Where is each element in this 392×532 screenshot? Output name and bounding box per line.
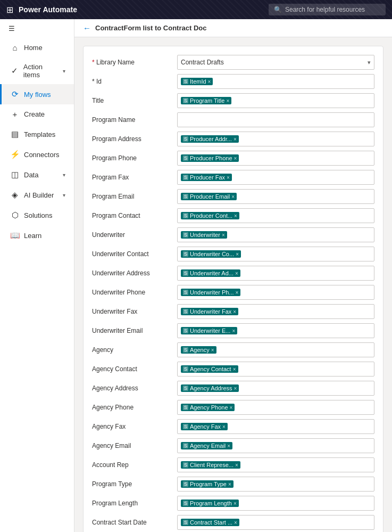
field-input[interactable]: SProducer Fax× bbox=[177, 170, 374, 185]
solutions-icon: ⬡ bbox=[10, 210, 20, 220]
token-close-icon[interactable]: × bbox=[236, 290, 239, 296]
field-input[interactable]: SAgency Phone× bbox=[177, 400, 374, 415]
token-label: Underwriter bbox=[190, 232, 220, 238]
sidebar-item-data[interactable]: ◫ Data ▾ bbox=[0, 165, 74, 185]
field-input[interactable]: SProducer Phone× bbox=[177, 151, 374, 166]
field-row: Agency AddressSAgency Address× bbox=[92, 381, 374, 396]
field-row: AgencySAgency× bbox=[92, 342, 374, 357]
token-close-icon[interactable]: × bbox=[235, 462, 238, 468]
field-input[interactable]: SClient Represe...× bbox=[177, 457, 374, 472]
field-row: Program EmailSProducer Email× bbox=[92, 189, 374, 204]
token-icon: S bbox=[183, 98, 188, 103]
search-input[interactable] bbox=[285, 6, 380, 13]
token-close-icon[interactable]: × bbox=[234, 213, 237, 219]
field-input[interactable]: SAgency Email× bbox=[177, 438, 374, 453]
token-chip: SProducer Addr...× bbox=[181, 135, 239, 143]
token-close-icon[interactable]: × bbox=[232, 328, 235, 334]
field-input[interactable]: SUnderwriter× bbox=[177, 227, 374, 242]
token-close-icon[interactable]: × bbox=[222, 424, 226, 430]
token-label: Producer Email bbox=[190, 193, 230, 200]
search-bar[interactable]: 🔍 bbox=[269, 4, 386, 15]
token-close-icon[interactable]: × bbox=[235, 271, 238, 276]
sidebar-item-home[interactable]: ⌂ Home bbox=[0, 38, 74, 58]
field-input[interactable]: SItemId× bbox=[177, 74, 374, 89]
token-label: Underwriter Co... bbox=[190, 251, 234, 257]
token-close-icon[interactable]: × bbox=[222, 232, 225, 238]
field-row: * IdSItemId× bbox=[92, 74, 374, 89]
field-input[interactable]: SProducer Addr...× bbox=[177, 132, 374, 146]
token-chip: SAgency Address× bbox=[181, 384, 239, 392]
field-input[interactable]: SContract Start ...× bbox=[177, 515, 374, 530]
field-input[interactable]: SUnderwriter Ph...× bbox=[177, 285, 374, 300]
token-close-icon[interactable]: × bbox=[211, 347, 214, 353]
token-chip: SAgency Fax× bbox=[181, 423, 228, 430]
sidebar-item-connectors[interactable]: ⚡ Connectors bbox=[0, 144, 74, 165]
token-close-icon[interactable]: × bbox=[226, 98, 229, 104]
field-row: Underwriter PhoneSUnderwriter Ph...× bbox=[92, 285, 374, 300]
field-input[interactable]: SAgency Fax× bbox=[177, 419, 374, 434]
token-label: Producer Cont... bbox=[190, 212, 232, 219]
sidebar-item-my-flows[interactable]: ⟳ My flows bbox=[0, 84, 74, 104]
field-row: Program LengthSProgram Length× bbox=[92, 496, 374, 511]
content-area: ← ContractForm list to Contract Doc * Li… bbox=[74, 19, 392, 532]
token-close-icon[interactable]: × bbox=[231, 194, 235, 200]
token-chip: SProgram Length× bbox=[181, 500, 239, 507]
token-close-icon[interactable]: × bbox=[227, 175, 230, 181]
token-chip: SAgency× bbox=[181, 346, 216, 354]
menu-icon: ☰ bbox=[9, 24, 15, 32]
token-label: Client Represe... bbox=[190, 462, 233, 468]
page-header: ← ContractForm list to Contract Doc bbox=[74, 19, 392, 37]
learn-icon: 📖 bbox=[10, 231, 20, 240]
field-input[interactable]: SProgram Title× bbox=[177, 93, 374, 108]
input-library-name[interactable]: Contract Drafts ▾ bbox=[177, 55, 374, 70]
token-close-icon[interactable]: × bbox=[208, 79, 211, 85]
grid-icon[interactable]: ⊞ bbox=[6, 5, 13, 15]
field-input[interactable]: SProducer Email× bbox=[177, 189, 374, 204]
token-close-icon[interactable]: × bbox=[234, 520, 237, 526]
field-input[interactable]: SUnderwriter Ad...× bbox=[177, 266, 374, 281]
field-input[interactable]: SUnderwriter E...× bbox=[177, 323, 374, 338]
field-input[interactable]: SAgency Address× bbox=[177, 381, 374, 396]
token-icon: S bbox=[183, 366, 188, 372]
sidebar-item-templates[interactable]: ▤ Templates bbox=[0, 124, 74, 144]
token-close-icon[interactable]: × bbox=[236, 251, 239, 257]
field-row: Program PhoneSProducer Phone× bbox=[92, 151, 374, 166]
field-input[interactable]: SProducer Cont...× bbox=[177, 208, 374, 223]
sidebar-item-ai-builder[interactable]: ◈ AI Builder ▾ bbox=[0, 185, 74, 205]
token-icon: S bbox=[183, 443, 188, 448]
sidebar-item-create[interactable]: + Create bbox=[0, 104, 74, 124]
token-close-icon[interactable]: × bbox=[234, 155, 237, 161]
field-input[interactable] bbox=[177, 112, 374, 127]
sidebar-item-learn[interactable]: 📖 Learn bbox=[0, 225, 74, 245]
library-name-value: Contract Drafts bbox=[181, 59, 224, 66]
sidebar-item-solutions[interactable]: ⬡ Solutions bbox=[0, 205, 74, 225]
token-close-icon[interactable]: × bbox=[233, 309, 236, 315]
back-button[interactable]: ← bbox=[83, 23, 91, 32]
field-row: Agency ContactSAgency Contact× bbox=[92, 362, 374, 377]
sidebar-item-label: Home bbox=[24, 44, 43, 52]
token-icon: S bbox=[183, 405, 188, 410]
field-input[interactable]: SUnderwriter Co...× bbox=[177, 247, 374, 261]
sidebar-item-label: Action items bbox=[23, 63, 59, 79]
token-close-icon[interactable]: × bbox=[230, 405, 233, 411]
field-input[interactable]: SAgency Contact× bbox=[177, 362, 374, 377]
home-icon: ⌂ bbox=[10, 43, 20, 52]
token-close-icon[interactable]: × bbox=[228, 481, 231, 487]
token-close-icon[interactable]: × bbox=[227, 443, 230, 449]
token-label: Producer Addr... bbox=[190, 136, 232, 142]
token-close-icon[interactable]: × bbox=[233, 501, 237, 506]
field-label: Agency Email bbox=[92, 442, 177, 449]
sidebar-menu-button[interactable]: ☰ bbox=[0, 19, 74, 38]
field-label: Program Email bbox=[92, 193, 177, 200]
token-close-icon[interactable]: × bbox=[233, 366, 236, 372]
token-icon: S bbox=[183, 79, 188, 84]
token-close-icon[interactable]: × bbox=[233, 136, 237, 142]
field-input[interactable]: SProgram Type× bbox=[177, 477, 374, 492]
field-input[interactable]: SAgency× bbox=[177, 342, 374, 357]
token-icon: S bbox=[183, 290, 188, 295]
field-input[interactable]: SUnderwriter Fax× bbox=[177, 304, 374, 319]
field-input[interactable]: SProgram Length× bbox=[177, 496, 374, 511]
field-row: Contract Start DateSContract Start ...× bbox=[92, 515, 374, 530]
token-close-icon[interactable]: × bbox=[234, 386, 237, 391]
sidebar-item-action-items[interactable]: ✓ Action items ▾ bbox=[0, 58, 74, 84]
